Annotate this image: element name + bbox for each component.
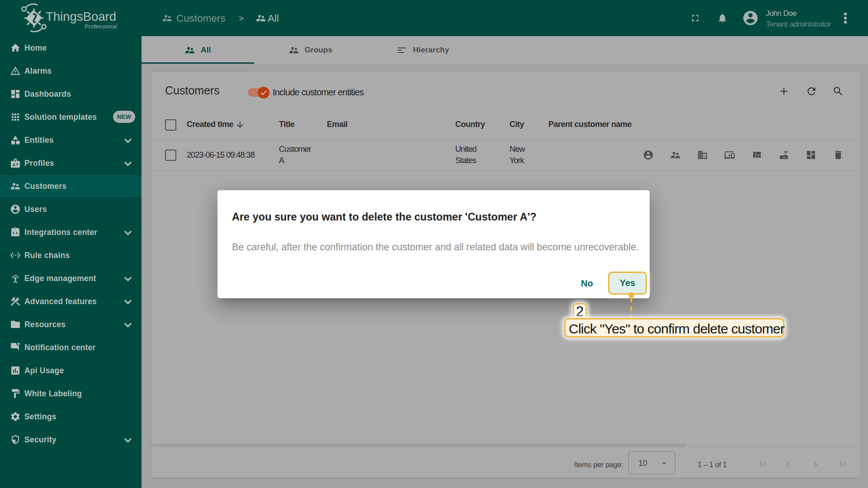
svg-text:Professional: Professional [85, 23, 117, 30]
svg-text:ThingsBoard: ThingsBoard [46, 9, 116, 23]
